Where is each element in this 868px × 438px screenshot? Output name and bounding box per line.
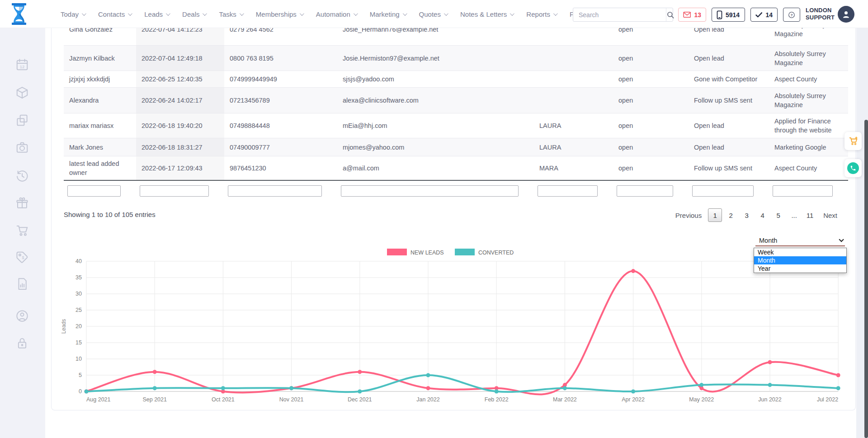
cell-owner: LAURA xyxy=(534,143,613,152)
chevron-down-icon xyxy=(510,11,514,16)
gift-icon[interactable] xyxy=(15,196,29,210)
page-scrollbar-thumb[interactable] xyxy=(864,120,868,438)
cell-phone: 0800 763 8195 xyxy=(224,54,337,63)
nav-item-today[interactable]: Today xyxy=(61,10,85,18)
cell-phone: 0279 264 4562 xyxy=(224,28,337,34)
column-filter-input-name[interactable] xyxy=(67,185,121,197)
email-notifications-badge[interactable]: 13 xyxy=(678,8,706,22)
cell-source: Aspect County xyxy=(769,75,848,84)
cell-email: Josie_Hermann76@example.net xyxy=(337,28,534,34)
nav-item-label: Today xyxy=(61,10,79,18)
history-icon[interactable] xyxy=(15,169,29,183)
svg-text:May 2022: May 2022 xyxy=(689,396,714,403)
column-filter-input-owner[interactable] xyxy=(538,185,598,197)
pagination-page-4[interactable]: 4 xyxy=(755,208,769,222)
cell-lead-status: Open lead xyxy=(689,143,769,152)
cell-status: open xyxy=(613,164,689,173)
column-filter-input-phone[interactable] xyxy=(228,185,322,197)
account-icon[interactable] xyxy=(15,309,29,323)
cart-icon[interactable] xyxy=(15,224,29,237)
nav-item-quotes[interactable]: Quotes xyxy=(419,10,447,18)
nav-item-marketing[interactable]: Marketing xyxy=(370,10,406,18)
lock-icon[interactable] xyxy=(15,336,29,350)
nav-item-label: Leads xyxy=(144,10,163,18)
svg-text:NEW LEADS: NEW LEADS xyxy=(410,250,444,256)
nav-item-leads[interactable]: Leads xyxy=(144,10,169,18)
cell-name: jzjxjxj xkxkdjdj xyxy=(64,75,136,84)
nav-item-memberships[interactable]: Memberships xyxy=(256,10,303,18)
svg-text:Mar 2022: Mar 2022 xyxy=(553,396,577,403)
svg-text:Leads: Leads xyxy=(61,319,67,334)
svg-text:35: 35 xyxy=(75,274,82,281)
svg-text:Sep 2021: Sep 2021 xyxy=(142,396,167,403)
nav-item-notes-letters[interactable]: Notes & Letters xyxy=(460,10,513,18)
report-icon[interactable] xyxy=(15,277,29,291)
cart-floating-button[interactable] xyxy=(844,132,862,150)
nav-item-label: Contacts xyxy=(98,10,125,18)
account-name: LONDON SUPPORT xyxy=(806,7,835,21)
nav-item-automation[interactable]: Automation xyxy=(316,10,357,18)
table-row[interactable]: Alexandra2022-06-24 14:02:1707213456789a… xyxy=(64,88,848,113)
nav-item-label: Notes & Letters xyxy=(460,10,507,18)
pagination-page-1[interactable]: 1 xyxy=(708,208,722,222)
nav-item-contacts[interactable]: Contacts xyxy=(98,10,131,18)
column-filter-row xyxy=(64,185,848,198)
help-icon: ? xyxy=(788,10,795,19)
chevron-down-icon xyxy=(300,11,304,16)
price-tag-icon[interactable]: $ xyxy=(15,250,29,264)
column-filter-input-created[interactable] xyxy=(140,185,209,197)
app-logo-icon[interactable] xyxy=(11,3,27,25)
camera-icon[interactable] xyxy=(15,141,29,154)
nav-item-label: Deals xyxy=(182,10,199,18)
nav-item-deals[interactable]: Deals xyxy=(182,10,206,18)
sms-notifications-badge[interactable]: 5914 xyxy=(712,8,745,22)
column-filter-input-email[interactable] xyxy=(341,185,519,197)
cell-status: open xyxy=(613,143,689,152)
cell-name: Jazmyn Kilback xyxy=(64,54,136,63)
table-row[interactable]: Jazmyn Kilback2022-07-04 12:49:180800 76… xyxy=(64,46,848,71)
table-row[interactable]: mariax mariasx2022-06-18 19:40:200749888… xyxy=(64,113,848,138)
calendar-icon[interactable]: 12 xyxy=(15,58,29,71)
nav-item-reports[interactable]: Reports xyxy=(526,10,557,18)
table-row[interactable]: Mark Jones2022-06-18 18:31:2707490009777… xyxy=(64,138,848,156)
table-row[interactable]: Gina Gonzalez2022-07-04 14:12:230279 264… xyxy=(64,28,848,46)
nav-item-label: Memberships xyxy=(256,10,297,18)
nav-item-label: Marketing xyxy=(370,10,400,18)
cell-source: Marketing Google xyxy=(769,143,848,152)
pagination-page-11[interactable]: 11 xyxy=(803,208,817,222)
period-option-year[interactable]: Year xyxy=(754,264,846,273)
search-button[interactable] xyxy=(666,8,675,21)
nav-item-tasks[interactable]: Tasks xyxy=(219,10,242,18)
pagination-previous[interactable]: Previous xyxy=(671,209,706,222)
period-option-month[interactable]: Month xyxy=(754,256,846,264)
table-row[interactable]: jzjxjxj xkxkdjdj2022-06-25 12:40:3507499… xyxy=(64,71,848,88)
user-avatar[interactable] xyxy=(838,6,854,23)
pagination-page-3[interactable]: 3 xyxy=(740,208,754,222)
sms-count: 5914 xyxy=(726,11,740,19)
period-select-value: Month xyxy=(759,237,777,244)
period-option-week[interactable]: Week xyxy=(754,248,846,256)
column-filter-input-source[interactable] xyxy=(773,185,833,197)
search-input[interactable] xyxy=(573,8,666,21)
phone-icon xyxy=(847,162,859,174)
cube-icon[interactable] xyxy=(15,86,29,99)
svg-text:30: 30 xyxy=(75,291,82,297)
help-button[interactable]: ? xyxy=(783,8,800,22)
pagination-page-2[interactable]: 2 xyxy=(724,208,738,222)
cell-phone: 0749999449949 xyxy=(224,75,337,84)
smartphone-icon xyxy=(717,10,722,19)
tasks-done-badge[interactable]: 14 xyxy=(750,8,778,22)
copy-icon[interactable] xyxy=(15,113,29,127)
table-row[interactable]: latest lead added owner2022-06-17 12:09:… xyxy=(64,156,848,181)
cell-email: alexa@clinicsoftware.com xyxy=(337,96,534,105)
pagination-ellipsis[interactable]: ... xyxy=(787,208,801,222)
cell-lead-status: Open lead xyxy=(689,28,769,34)
cell-created: 2022-07-04 14:12:23 xyxy=(136,28,224,45)
cell-lead-status: Open lead xyxy=(689,54,769,63)
column-filter-input-lead-status[interactable] xyxy=(692,185,754,197)
column-filter-input-status[interactable] xyxy=(617,185,673,197)
chevron-down-icon xyxy=(82,11,86,16)
pagination-page-5[interactable]: 5 xyxy=(771,208,785,222)
call-floating-button[interactable] xyxy=(844,159,862,177)
pagination-next[interactable]: Next xyxy=(819,209,842,222)
